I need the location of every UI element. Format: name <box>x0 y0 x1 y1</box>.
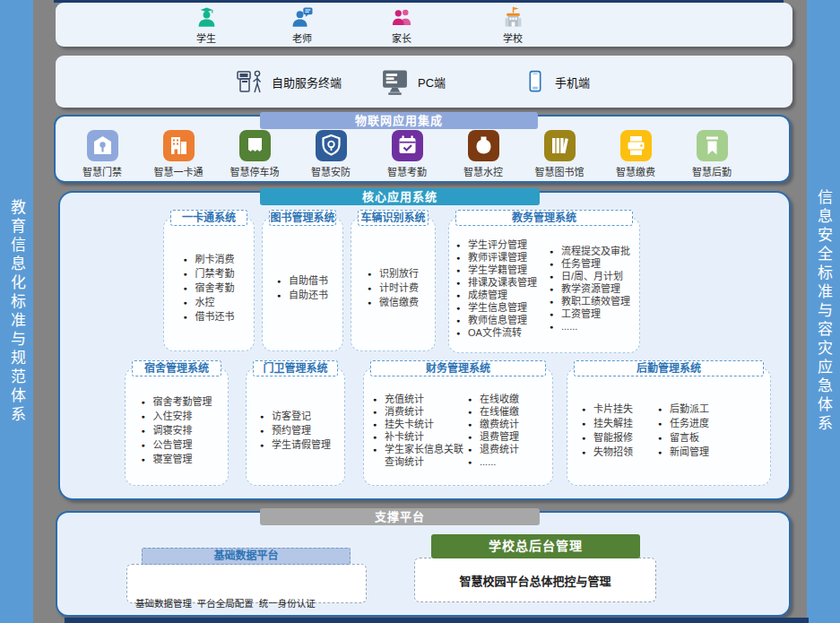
left-standard-bar: 教育信息化标准与规范体系 <box>0 0 33 623</box>
logistics-ribbon-icon <box>697 130 728 161</box>
parking-icon <box>239 130 271 161</box>
list-item: 入住安排 <box>142 409 212 423</box>
device-mobile: 手机端 <box>524 56 590 108</box>
base-data-platform-content: 基础数据管理 平台全局配置 统一身份认证 用户账户与权限管理 单点登录 <box>127 565 366 623</box>
list-item: 退费管理 <box>468 430 550 443</box>
right-standard-label: 信息安全标准与容灾应急体系 <box>812 189 835 434</box>
iot-water-control: 智慧水控 <box>451 130 515 178</box>
role-teacher-label: 老师 <box>292 30 312 45</box>
list-item: 教学资源管理 <box>550 282 639 295</box>
list-item: 学生家长信息关联查询统计 <box>373 443 468 468</box>
list-item: 流程提交及审批 <box>550 245 639 257</box>
system-finance: 财务管理系统 充值统计消费统计挂失卡统计补卡统计学生家长信息关联查询统计 在线收… <box>363 368 553 486</box>
role-school: 学校 <box>472 5 553 45</box>
list-item: 挂失解挂 <box>582 416 633 430</box>
list-item: 日/周、月计划 <box>550 270 639 282</box>
list-item: 识别放行 <box>368 266 419 281</box>
bottom-accent-bar <box>65 618 809 623</box>
access-control-icon <box>87 130 118 161</box>
list-item: 水控 <box>184 295 235 309</box>
system-library-title: 图书管理系统 <box>269 210 336 226</box>
system-vehicle: 车辆识别系统 识别放行计时计费微信缴费 <box>351 217 436 351</box>
list-item: 排课及课表管理 <box>456 276 550 289</box>
system-logistics: 后勤管理系统 卡片挂失挂失解挂智能报修失物招领 后勤派工任务进度留言板新闻管理 <box>567 368 771 486</box>
list-item: 教师评课管理 <box>456 251 550 264</box>
user-roles-panel: 学生 老师 家长 <box>56 3 792 47</box>
role-student: 学生 <box>166 5 247 45</box>
role-student-label: 学生 <box>196 30 216 45</box>
system-dormitory-title: 宿舍管理系统 <box>132 360 221 376</box>
iot-integration-panel: 物联网应用集成 智慧门禁 <box>54 115 791 183</box>
system-gatekeeper-title: 门卫管理系统 <box>253 360 338 376</box>
list-item: 消费统计 <box>373 405 468 418</box>
payment-terminal-icon <box>620 130 652 161</box>
list-item: 留言板 <box>658 430 709 445</box>
role-school-label: 学校 <box>503 30 523 45</box>
teacher-icon <box>290 5 315 30</box>
base-data-platform-title: 基础数据平台 <box>142 548 351 565</box>
list-item: ...... <box>550 320 639 333</box>
role-teacher: 老师 <box>262 5 342 45</box>
list-item: ...... <box>468 455 550 468</box>
iot-payment: 智慧缴费 <box>603 130 668 178</box>
system-onecard-title: 一卡通系统 <box>170 210 247 226</box>
list-item: 学生请假管理 <box>260 437 331 452</box>
school-backend-content: 智慧校园平台总体把控与管理 <box>415 558 655 601</box>
phone-icon <box>524 67 547 96</box>
system-academic-title: 教务管理系统 <box>455 210 633 226</box>
iot-security: 智慧安防 <box>299 130 363 178</box>
attendance-calendar-icon <box>392 130 423 161</box>
left-standard-label: 教育信息化标准与规范体系 <box>5 199 28 425</box>
list-item: 成绩管理 <box>456 289 550 301</box>
system-onecard: 一卡通系统 刷卡消费门禁考勤宿舍考勤水控借书还书 <box>163 217 255 351</box>
list-item: 宿舍考勤管理 <box>142 394 212 409</box>
list-item: 教职工绩效管理 <box>550 295 639 307</box>
smart-campus-architecture-diagram: 教育信息化标准与规范体系 信息安全标准与容灾应急体系 学生 老师 <box>0 0 840 623</box>
list-item: 工资管理 <box>550 307 639 320</box>
list-item: 任务进度 <box>658 416 709 430</box>
iot-onecard: 智慧一卡通 <box>146 130 211 178</box>
list-item: 后勤派工 <box>658 402 709 416</box>
system-dormitory: 宿舍管理系统 宿舍考勤管理入住安排调寝安排公告管理寝室管理 <box>125 368 229 486</box>
parents-icon <box>390 5 414 30</box>
list-item: 公告管理 <box>142 437 212 452</box>
right-standard-bar: 信息安全标准与容灾应急体系 <box>807 0 840 623</box>
list-item: 自助借书 <box>277 273 328 288</box>
school-backend-title: 学校总后台管理 <box>431 534 640 558</box>
list-item: 学生评分管理 <box>456 238 550 251</box>
kiosk-icon <box>235 66 264 97</box>
school-icon <box>501 5 525 30</box>
pc-monitor-icon <box>380 67 410 97</box>
support-header: 支撑平台 <box>260 508 540 525</box>
device-kiosk: 自助服务终端 <box>235 56 342 108</box>
list-item: 卡片挂失 <box>582 402 633 416</box>
iot-icon-row: 智慧门禁 智慧一卡通 <box>56 130 789 178</box>
list-item: 预约管理 <box>260 423 331 437</box>
list-item: 学生学籍管理 <box>456 264 550 276</box>
list-item: 充值统计 <box>373 393 468 405</box>
list-item: 教师信息管理 <box>456 314 550 326</box>
library-books-icon <box>544 130 576 161</box>
base-data-platform-box: 基础数据平台 基础数据管理 平台全局配置 统一身份认证 用户账户与权限管理 单点… <box>126 564 367 603</box>
security-shield-icon <box>316 130 347 161</box>
onecard-icon <box>163 130 195 161</box>
list-item: 补卡统计 <box>373 430 468 443</box>
iot-attendance: 智慧考勤 <box>375 130 439 178</box>
list-item: 门禁考勤 <box>184 266 235 281</box>
access-devices-panel: 自助服务终端 PC端 手机端 <box>56 56 792 108</box>
water-control-icon <box>468 130 499 161</box>
list-item: OA文件流转 <box>456 326 550 339</box>
list-item: 缴费统计 <box>468 418 550 430</box>
list-item: 任务管理 <box>550 257 639 270</box>
iot-library: 智慧图书馆 <box>527 130 592 178</box>
base-line-1: 基础数据管理 平台全局配置 统一身份认证 <box>135 597 358 610</box>
system-vehicle-title: 车辆识别系统 <box>358 210 429 226</box>
list-item: 在线催缴 <box>468 405 550 418</box>
list-item: 失物招领 <box>582 445 633 459</box>
iot-parking: 智慧停车场 <box>222 130 287 178</box>
support-platform-panel: 支撑平台 基础数据平台 基础数据管理 平台全局配置 统一身份认证 用户账户与权限… <box>56 511 791 617</box>
role-parent-label: 家长 <box>392 30 411 45</box>
student-icon <box>195 5 219 30</box>
list-item: 学生信息管理 <box>456 301 550 314</box>
device-pc: PC端 <box>380 56 446 108</box>
